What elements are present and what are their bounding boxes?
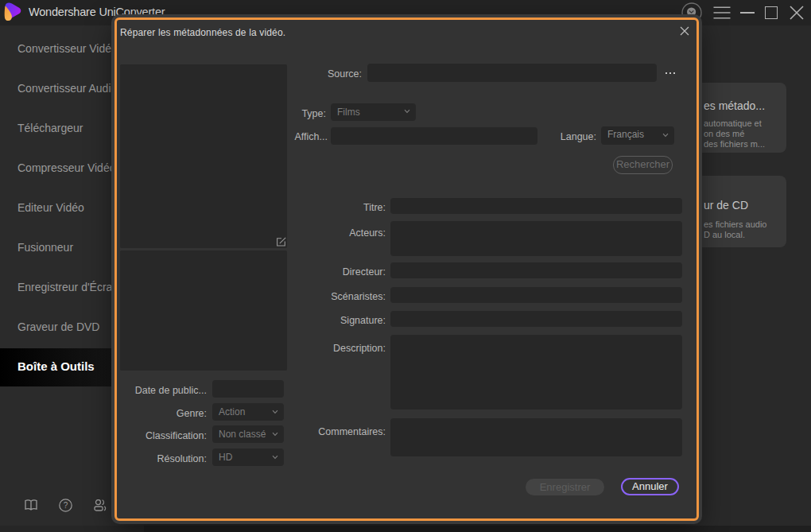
- svg-text:?: ?: [64, 501, 68, 510]
